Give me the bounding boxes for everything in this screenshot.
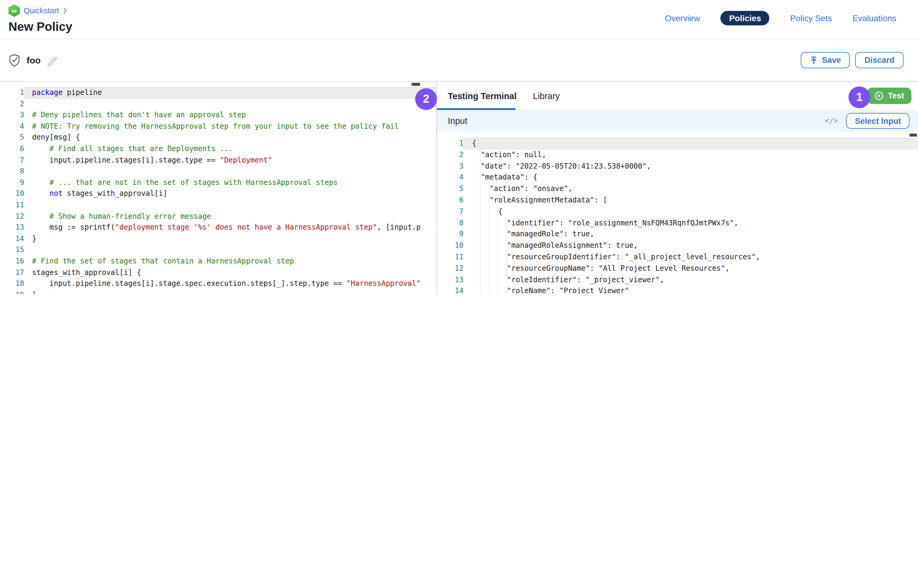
line-number: 15 bbox=[0, 244, 24, 255]
code-line[interactable]: 14} bbox=[0, 233, 436, 244]
input-json-editor[interactable]: 1{2"action": null,3"date": "2022-05-05T2… bbox=[437, 138, 918, 294]
code-line[interactable]: 5"action": "onsave", bbox=[437, 183, 918, 195]
line-number: 8 bbox=[0, 166, 24, 177]
testing-terminal-pane: Testing Terminal Library Test Input </> bbox=[436, 82, 918, 294]
line-number: 16 bbox=[0, 255, 24, 267]
nav-policy-sets[interactable]: Policy Sets bbox=[790, 13, 832, 23]
code-line[interactable]: 14"roleName": "Project Viewer" bbox=[437, 286, 918, 294]
tab-testing-terminal[interactable]: Testing Terminal bbox=[448, 91, 517, 101]
code-line[interactable]: 9# ... that are not in the set of stages… bbox=[0, 177, 436, 188]
code-line[interactable]: 2"action": null, bbox=[437, 149, 918, 161]
line-number: 17 bbox=[0, 267, 24, 278]
input-title: Input bbox=[448, 116, 467, 126]
code-line[interactable]: 13msg := sprintf("deployment stage '%s' … bbox=[0, 222, 436, 233]
line-number: 7 bbox=[437, 206, 464, 218]
shield-check-icon bbox=[8, 53, 21, 67]
annotation-badge-2: 2 bbox=[415, 88, 437, 110]
breadcrumb-link-quickstart[interactable]: Quickstart bbox=[24, 6, 59, 15]
code-line[interactable]: 10"managedRoleAssignment": true, bbox=[437, 240, 918, 251]
code-view-icon[interactable]: </> bbox=[825, 116, 838, 125]
code-line[interactable]: 11"resourceGroupIdentifier": "_all_proje… bbox=[437, 251, 918, 263]
line-number: 7 bbox=[0, 154, 24, 166]
policy-editor-pane: 1package pipeline23# Deny pipelines that… bbox=[0, 82, 436, 294]
editor-scroll-marker bbox=[412, 83, 420, 86]
code-line[interactable]: 13"roleIdentifier": "_project_viewer", bbox=[437, 274, 918, 286]
code-line[interactable]: 9"managedRole": true, bbox=[437, 229, 918, 240]
test-button-label: Test bbox=[888, 91, 904, 100]
code-line[interactable]: 19} bbox=[0, 289, 436, 294]
code-line[interactable]: 3"date": "2022-05-05T20:41:23.538+0000", bbox=[437, 160, 918, 172]
line-number: 5 bbox=[0, 132, 24, 143]
code-line[interactable]: 8"identifier": "role_assignment_NsFQM43R… bbox=[437, 217, 918, 229]
code-line[interactable]: 11 bbox=[0, 199, 436, 211]
edit-pencil-icon[interactable] bbox=[47, 55, 58, 66]
code-line[interactable]: 7input.pipeline.stages[i].stage.type == … bbox=[0, 154, 436, 166]
policy-editor-page: ∞ Quickstart New Policy Overview Policie… bbox=[0, 0, 918, 294]
nav-overview[interactable]: Overview bbox=[665, 13, 700, 23]
code-line[interactable]: 7{ bbox=[437, 206, 918, 218]
page-title: New Policy bbox=[8, 20, 72, 34]
terminal-tabs: Testing Terminal Library Test bbox=[437, 82, 918, 110]
line-number: 10 bbox=[437, 240, 464, 251]
code-line[interactable]: 6"roleAssignmentMetadata": [ bbox=[437, 195, 918, 206]
code-line[interactable]: 2 bbox=[0, 98, 436, 109]
line-number: 9 bbox=[0, 177, 24, 188]
line-number: 3 bbox=[437, 160, 464, 172]
code-line[interactable]: 18input.pipeline.stages[i].stage.spec.ex… bbox=[0, 278, 436, 289]
code-line[interactable]: 4"metadata": { bbox=[437, 172, 918, 183]
save-button[interactable]: Save bbox=[801, 52, 850, 68]
chevron-right-icon bbox=[63, 7, 67, 14]
code-line[interactable]: 8 bbox=[0, 166, 436, 177]
line-number: 2 bbox=[437, 149, 464, 161]
line-number: 11 bbox=[0, 199, 24, 211]
line-number: 12 bbox=[437, 263, 464, 275]
code-line[interactable]: 6# Find all stages that are Deployments … bbox=[0, 143, 436, 154]
line-number: 5 bbox=[437, 183, 464, 195]
line-number: 6 bbox=[0, 143, 24, 154]
code-line[interactable]: 1package pipeline bbox=[0, 87, 436, 98]
code-line[interactable]: 12# Show a human-friendly error message bbox=[0, 211, 436, 222]
code-line[interactable]: 15 bbox=[0, 244, 436, 255]
line-number: 4 bbox=[0, 121, 24, 132]
line-number: 8 bbox=[437, 217, 464, 229]
line-number: 10 bbox=[0, 188, 24, 199]
line-number: 1 bbox=[437, 138, 464, 149]
harness-project-icon: ∞ bbox=[8, 4, 20, 17]
page-header: ∞ Quickstart New Policy Overview Policie… bbox=[0, 0, 918, 39]
code-line[interactable]: 5deny[msg] { bbox=[0, 132, 436, 143]
annotation-badge-1: 1 bbox=[849, 86, 870, 108]
code-line[interactable]: 3# Deny pipelines that don't have an app… bbox=[0, 109, 436, 121]
policy-code-editor[interactable]: 1package pipeline23# Deny pipelines that… bbox=[0, 82, 436, 294]
nav-policies[interactable]: Policies bbox=[721, 11, 769, 25]
discard-button[interactable]: Discard bbox=[855, 52, 903, 68]
line-number: 14 bbox=[0, 233, 24, 244]
line-number: 11 bbox=[437, 251, 464, 263]
discard-button-label: Discard bbox=[865, 56, 894, 65]
tab-library[interactable]: Library bbox=[533, 91, 560, 101]
input-json-container: 1{2"action": null,3"date": "2022-05-05T2… bbox=[437, 132, 918, 294]
play-circle-icon bbox=[874, 91, 884, 100]
editor-scroll-marker bbox=[910, 134, 917, 137]
line-number: 3 bbox=[0, 109, 24, 121]
line-number: 4 bbox=[437, 172, 464, 183]
code-line[interactable]: 12"resourceGroupName": "All Project Leve… bbox=[437, 263, 918, 275]
line-number: 19 bbox=[0, 289, 24, 294]
test-button[interactable]: Test bbox=[867, 87, 912, 104]
policy-toolbar: foo Save Discard bbox=[0, 39, 918, 82]
line-number: 1 bbox=[0, 87, 24, 98]
line-number: 6 bbox=[437, 195, 464, 206]
select-input-button[interactable]: Select Input bbox=[846, 113, 910, 129]
module-nav: Overview Policies Policy Sets Evaluation… bbox=[665, 10, 896, 26]
main-split: 1package pipeline23# Deny pipelines that… bbox=[0, 82, 918, 294]
code-line[interactable]: 4# NOTE: Try removing the HarnessApprova… bbox=[0, 121, 436, 132]
line-number: 9 bbox=[437, 229, 464, 240]
line-number: 18 bbox=[0, 278, 24, 289]
policy-name: foo bbox=[27, 55, 41, 65]
breadcrumb: ∞ Quickstart bbox=[8, 4, 72, 17]
code-line[interactable]: 16# Find the set of stages that contain … bbox=[0, 255, 436, 267]
input-section-header: Input </> Select Input bbox=[437, 110, 918, 132]
code-line[interactable]: 17stages_with_approval[i] { bbox=[0, 267, 436, 278]
code-line[interactable]: 10not stages_with_approval[i] bbox=[0, 188, 436, 199]
code-line[interactable]: 1{ bbox=[437, 138, 918, 149]
nav-evaluations[interactable]: Evaluations bbox=[852, 13, 896, 23]
